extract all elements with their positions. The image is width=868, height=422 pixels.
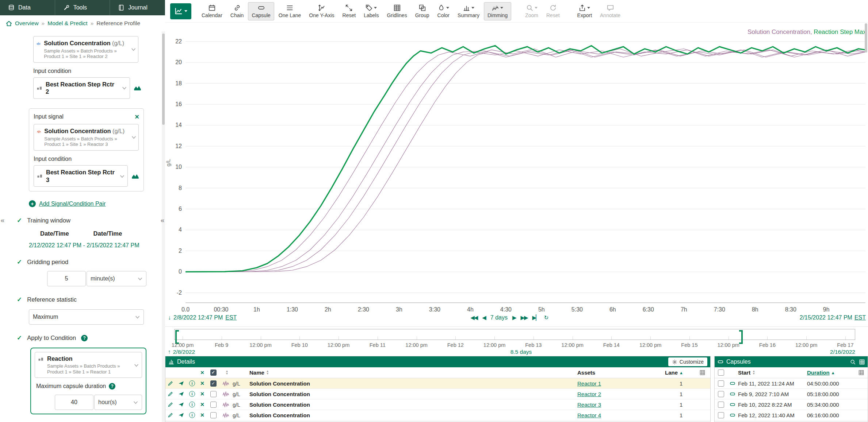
area-chart-icon[interactable]	[134, 85, 141, 91]
capsule-table-row[interactable]: Feb 10, 2022 8:22 AM 05:34:00.000	[715, 399, 868, 410]
capsules-scrollbar-thumb[interactable]	[865, 23, 867, 53]
input-signal-select[interactable]: Solution Concentration (g/L) Sample Asse…	[33, 36, 138, 63]
grid-icon[interactable]	[859, 359, 865, 365]
series-solution-concentration-reactor-2[interactable]	[186, 50, 865, 272]
timezone-link[interactable]: EST	[854, 314, 866, 321]
tab-data[interactable]: Data	[0, 0, 55, 15]
input-signal-select[interactable]: Solution Concentration (g/L) Sample Asse…	[34, 124, 139, 151]
add-pair-link[interactable]: Add Signal/Condition Pair	[39, 201, 106, 207]
remove-icon[interactable]: ×	[198, 380, 207, 387]
timebar-track[interactable]	[174, 329, 855, 340]
remove-icon[interactable]: ×	[198, 411, 207, 419]
details-table-row[interactable]: i × g/L Solution Concentration Reactor 3…	[165, 399, 710, 410]
step-back-full-icon[interactable]: ◀◀	[470, 314, 477, 321]
reference-statistic-select[interactable]: Maximum	[29, 309, 144, 325]
toolbar-labels-button[interactable]: Labels	[360, 2, 382, 20]
asset-swap-icon[interactable]	[176, 402, 187, 407]
asset-link[interactable]: Reactor 2	[577, 391, 601, 397]
apply-condition-select[interactable]: Reaction Sample Assets » Batch Products …	[35, 352, 142, 378]
asset-link[interactable]: Reactor 1	[577, 380, 601, 387]
training-end[interactable]: 2/15/2022 12:47 PM	[87, 242, 139, 248]
capsule-table-row[interactable]: Feb 12, 2022 11:40 AM 06:16:00.000	[715, 410, 868, 421]
step-forward-icon[interactable]: ▶	[512, 314, 516, 321]
row-checkbox[interactable]	[210, 391, 217, 397]
select-all-checkbox[interactable]	[718, 369, 724, 376]
details-table-row[interactable]: i × g/L Solution Concentration Reactor 1…	[165, 378, 710, 389]
capsule-checkbox[interactable]	[718, 391, 724, 397]
toolbar-annotate-button[interactable]: Annotate	[596, 2, 624, 20]
investigate-range-duration[interactable]: 8.5 days	[511, 349, 532, 355]
legend-solution-concentration[interactable]: Solution Concentration,	[747, 28, 812, 35]
help-icon[interactable]: ?	[109, 383, 115, 390]
capsule-table-row[interactable]: Feb 11, 2022 11:24 AM 04:50:00.000	[715, 378, 868, 389]
series-solution-concentration-reactor-4[interactable]	[186, 50, 865, 272]
toolbar-export-button[interactable]: Export	[574, 2, 596, 20]
series-reaction-step-max[interactable]	[186, 46, 865, 272]
customize-button[interactable]: Customize	[668, 357, 707, 366]
go-to-end-icon[interactable]: ▶▏	[532, 314, 539, 321]
timebar-end-handle[interactable]	[739, 330, 743, 344]
view-selector-button[interactable]	[170, 3, 191, 19]
assets-column-header[interactable]: Assets	[577, 369, 665, 376]
details-table-row[interactable]: i × g/L Solution Concentration Reactor 4…	[165, 410, 710, 421]
add-column-icon[interactable]	[854, 370, 868, 375]
toolbar-calendar-button[interactable]: Calendar	[198, 2, 226, 20]
capsule-table-row[interactable]: Feb 9, 2022 7:10 AM 05:18:00.000	[715, 389, 868, 399]
toolbar-reset-button[interactable]: Reset	[339, 2, 360, 20]
investigate-range-end[interactable]: 2/16/2022	[830, 349, 855, 355]
sort-icon[interactable]: ▲▼	[266, 370, 269, 375]
remove-all-icon[interactable]: ×	[198, 369, 207, 376]
sort-icon[interactable]: ▲▼	[226, 370, 229, 375]
legend-reaction-step-max[interactable]: Reaction Step Max	[814, 28, 866, 35]
toolbar-zoom-button[interactable]: Zoom	[521, 2, 542, 20]
name-column-header[interactable]: Name▲▼	[249, 369, 577, 376]
details-table-row[interactable]: i × g/L Solution Concentration Reactor 2…	[165, 389, 710, 399]
refresh-icon[interactable]: ↻	[544, 314, 549, 321]
toolbar-zoom-reset-button[interactable]: Reset	[543, 2, 563, 20]
info-icon[interactable]: i	[187, 380, 198, 386]
capsule-checkbox[interactable]	[718, 380, 724, 387]
capsule-checkbox[interactable]	[718, 402, 724, 408]
start-column-header[interactable]: Start▲▼	[738, 369, 807, 376]
sidebar-scrollbar-thumb[interactable]	[162, 34, 165, 125]
step-forward-full-icon[interactable]: ▶▶	[521, 314, 528, 321]
help-icon[interactable]: ?	[81, 335, 88, 341]
display-range-end[interactable]: 2/15/2022 12:47 PM	[800, 314, 852, 321]
toolbar-chain-button[interactable]: Chain	[227, 2, 248, 20]
step-back-icon[interactable]: ◀	[482, 314, 486, 321]
asset-swap-icon[interactable]	[176, 391, 187, 397]
duration-column-header[interactable]: Duration▲	[807, 369, 854, 376]
collapse-tool-panel-handle[interactable]: «	[160, 214, 165, 226]
toolbar-group-button[interactable]: Group	[412, 2, 433, 20]
asset-swap-icon[interactable]	[176, 380, 187, 386]
toolbar-summary-button[interactable]: Summary	[454, 2, 483, 20]
training-start[interactable]: 2/12/2022 12:47 PM	[29, 242, 81, 248]
toolbar-one-lane-button[interactable]: One Lane	[275, 2, 305, 20]
edit-pencil-icon[interactable]	[165, 380, 176, 386]
toolbar-one-y-axis-button[interactable]: One Y-Axis	[305, 2, 338, 20]
investigate-range-start[interactable]: ↑2/8/2022	[168, 349, 195, 355]
toolbar-capsule-button[interactable]: Capsule	[248, 2, 274, 20]
gridding-value-input[interactable]	[47, 271, 86, 286]
edit-pencil-icon[interactable]	[165, 402, 176, 407]
info-icon[interactable]: i	[187, 402, 198, 407]
max-duration-unit-select[interactable]: hour(s)	[94, 395, 142, 410]
remove-pair-button[interactable]: ×	[135, 113, 139, 120]
asset-link[interactable]: Reactor 3	[577, 402, 601, 408]
info-icon[interactable]: i	[187, 391, 198, 397]
asset-swap-icon[interactable]	[176, 412, 187, 418]
toolbar-gridlines-button[interactable]: Gridlines	[383, 2, 410, 20]
gridding-unit-select[interactable]: minute(s)	[87, 271, 146, 286]
timezone-link[interactable]: EST	[225, 314, 237, 321]
remove-icon[interactable]: ×	[198, 390, 207, 398]
breadcrumb-overview[interactable]: Overview	[15, 20, 39, 27]
tab-journal[interactable]: Journal	[110, 0, 165, 15]
series-solution-concentration-reactor-1[interactable]	[186, 49, 865, 272]
series-solution-concentration-reactor-3[interactable]	[186, 50, 865, 272]
lane-column-header[interactable]: Lane▲	[665, 369, 694, 376]
row-checkbox[interactable]	[210, 380, 217, 387]
row-checkbox[interactable]	[210, 412, 217, 418]
breadcrumb-model-predict[interactable]: Model & Predict	[47, 20, 87, 27]
edit-pencil-icon[interactable]	[165, 391, 176, 397]
info-icon[interactable]: i	[187, 412, 198, 418]
